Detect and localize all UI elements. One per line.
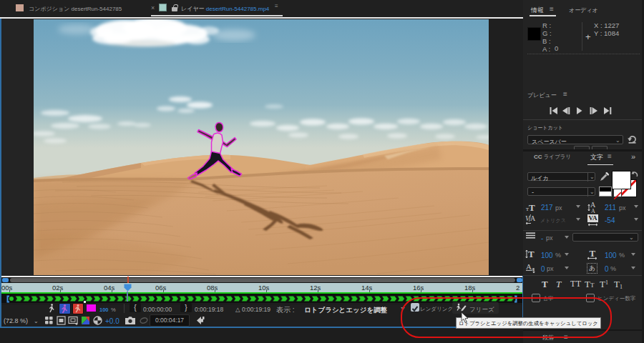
svg-text:A: A: [526, 262, 532, 271]
svg-text:T: T: [528, 249, 535, 259]
svg-text:A: A: [530, 214, 536, 222]
svg-text:A: A: [591, 208, 595, 214]
svg-text:T: T: [590, 249, 596, 259]
